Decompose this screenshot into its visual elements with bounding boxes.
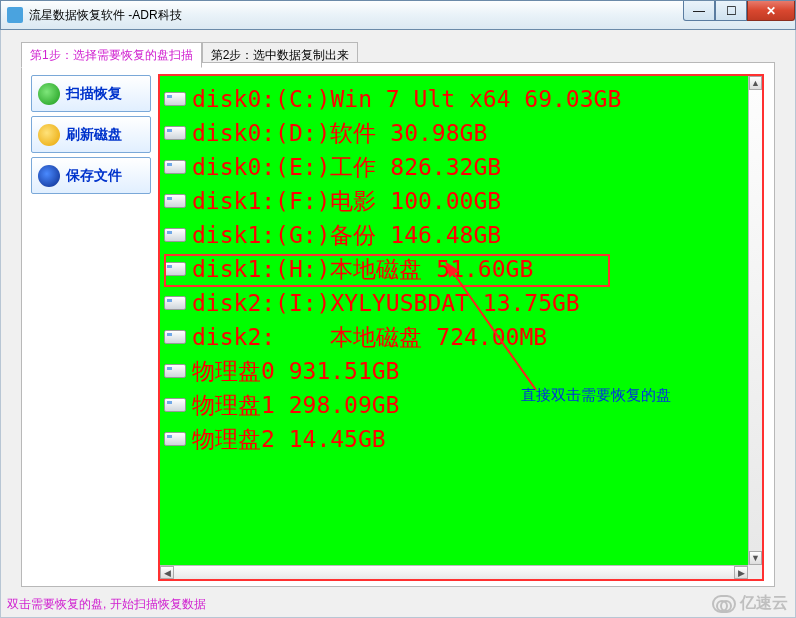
disk-label: disk2:(I:)XYLYUSBDAT 13.75GB bbox=[192, 290, 580, 316]
disk-icon bbox=[164, 194, 186, 208]
watermark-logo-icon bbox=[712, 595, 736, 613]
refresh-disk-button[interactable]: 刷新磁盘 bbox=[31, 116, 151, 153]
disk-icon bbox=[164, 296, 186, 310]
disk-icon bbox=[164, 330, 186, 344]
disk-row[interactable]: disk1:(F:)电影 100.00GB bbox=[164, 184, 742, 218]
disk-label: disk1:(G:)备份 146.48GB bbox=[192, 220, 501, 251]
magnifier-icon bbox=[38, 83, 60, 105]
disk-row[interactable]: disk2:(I:)XYLYUSBDAT 13.75GB bbox=[164, 286, 742, 320]
watermark: 亿速云 bbox=[712, 593, 788, 614]
tab-step1[interactable]: 第1步：选择需要恢复的盘扫描 bbox=[21, 42, 202, 68]
save-file-button[interactable]: 保存文件 bbox=[31, 157, 151, 194]
disk-icon bbox=[164, 432, 186, 446]
status-text: 双击需要恢复的盘, 开始扫描恢复数据 bbox=[7, 596, 206, 613]
app-icon bbox=[7, 7, 23, 23]
refresh-disk-label: 刷新磁盘 bbox=[66, 126, 122, 144]
close-button[interactable]: ✕ bbox=[747, 1, 795, 21]
disk-label: 物理盘2 14.45GB bbox=[192, 424, 386, 455]
window-controls: — ☐ ✕ bbox=[683, 1, 795, 21]
disk-row[interactable]: disk1:(H:)本地磁盘 51.60GB bbox=[164, 252, 742, 286]
disk-panel: disk0:(C:)Win 7 Ult x64 69.03GBdisk0:(D:… bbox=[158, 74, 764, 581]
scan-recover-button[interactable]: 扫描恢复 bbox=[31, 75, 151, 112]
disk-label: disk2: 本地磁盘 724.00MB bbox=[192, 322, 547, 353]
disk-label: 物理盘0 931.51GB bbox=[192, 356, 399, 387]
sidebar: 扫描恢复 刷新磁盘 保存文件 bbox=[31, 75, 151, 194]
vertical-scrollbar[interactable]: ▲ ▼ bbox=[748, 76, 762, 565]
disk-label: disk0:(D:)软件 30.98GB bbox=[192, 118, 487, 149]
disk-row[interactable]: disk2: 本地磁盘 724.00MB bbox=[164, 320, 742, 354]
vscroll-thumb[interactable] bbox=[749, 90, 762, 551]
window-title: 流星数据恢复软件 -ADR科技 bbox=[29, 7, 182, 24]
disk-icon bbox=[164, 126, 186, 140]
scroll-left-button[interactable]: ◀ bbox=[160, 566, 174, 579]
scroll-up-button[interactable]: ▲ bbox=[749, 76, 762, 90]
disk-icon bbox=[164, 160, 186, 174]
disk-label: disk1:(H:)本地磁盘 51.60GB bbox=[192, 254, 533, 285]
disk-icon bbox=[164, 398, 186, 412]
scroll-corner bbox=[748, 565, 762, 579]
hscroll-thumb[interactable] bbox=[174, 566, 734, 579]
annotation-text: 直接双击需要恢复的盘 bbox=[521, 386, 671, 405]
titlebar[interactable]: 流星数据恢复软件 -ADR科技 — ☐ ✕ bbox=[0, 0, 796, 30]
save-icon bbox=[38, 165, 60, 187]
status-bar: 双击需要恢复的盘, 开始扫描恢复数据 bbox=[7, 595, 789, 613]
disk-icon bbox=[164, 364, 186, 378]
disk-label: 物理盘1 298.09GB bbox=[192, 390, 399, 421]
refresh-icon bbox=[38, 124, 60, 146]
maximize-button[interactable]: ☐ bbox=[715, 1, 747, 21]
disk-row[interactable]: 物理盘0 931.51GB bbox=[164, 354, 742, 388]
disk-row[interactable]: disk0:(C:)Win 7 Ult x64 69.03GB bbox=[164, 82, 742, 116]
scroll-down-button[interactable]: ▼ bbox=[749, 551, 762, 565]
disk-icon bbox=[164, 92, 186, 106]
scan-recover-label: 扫描恢复 bbox=[66, 85, 122, 103]
disk-icon bbox=[164, 262, 186, 276]
app-body: 第1步：选择需要恢复的盘扫描 第2步：选中数据复制出来 扫描恢复 刷新磁盘 保存… bbox=[0, 30, 796, 618]
disk-row[interactable]: disk0:(E:)工作 826.32GB bbox=[164, 150, 742, 184]
save-file-label: 保存文件 bbox=[66, 167, 122, 185]
disk-row[interactable]: 物理盘2 14.45GB bbox=[164, 422, 742, 456]
disk-icon bbox=[164, 228, 186, 242]
scroll-right-button[interactable]: ▶ bbox=[734, 566, 748, 579]
disk-label: disk0:(E:)工作 826.32GB bbox=[192, 152, 501, 183]
disk-label: disk0:(C:)Win 7 Ult x64 69.03GB bbox=[192, 86, 621, 112]
horizontal-scrollbar[interactable]: ◀ ▶ bbox=[160, 565, 748, 579]
disk-list[interactable]: disk0:(C:)Win 7 Ult x64 69.03GBdisk0:(D:… bbox=[160, 76, 748, 565]
disk-row[interactable]: disk0:(D:)软件 30.98GB bbox=[164, 116, 742, 150]
watermark-text: 亿速云 bbox=[740, 593, 788, 614]
disk-label: disk1:(F:)电影 100.00GB bbox=[192, 186, 501, 217]
minimize-button[interactable]: — bbox=[683, 1, 715, 21]
disk-row[interactable]: disk1:(G:)备份 146.48GB bbox=[164, 218, 742, 252]
